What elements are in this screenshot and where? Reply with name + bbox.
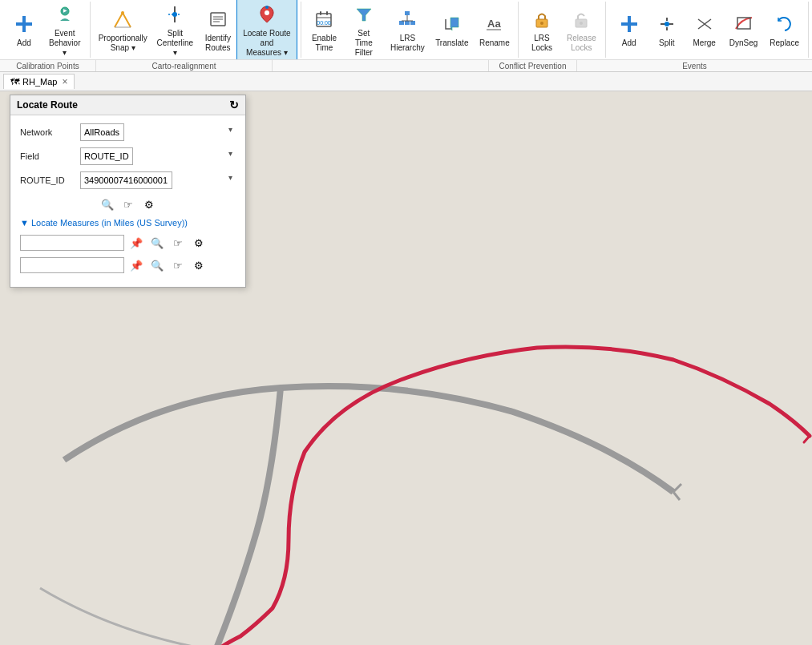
cursor-measure-icon-1[interactable]: ☞	[169, 234, 187, 252]
replace-icon	[772, 11, 798, 37]
cursor-measure-icon-2[interactable]: ☞	[169, 256, 187, 274]
section-carto: Proportionally Snap ▾ Split Centerline ▾…	[92, 2, 301, 58]
settings-measure-icon-2[interactable]: ⚙	[190, 256, 208, 274]
rename-button[interactable]: Aa Rename	[475, 8, 515, 51]
map-tab[interactable]: 🗺 RH_Map ×	[3, 74, 75, 89]
rename-icon: Aa	[482, 11, 507, 37]
svg-point-8	[172, 12, 177, 17]
svg-point-13	[265, 10, 269, 15]
split-centerline-label: Split Centerline ▾	[156, 29, 194, 58]
search-icon[interactable]: 🔍	[99, 196, 116, 213]
add-label: Add	[17, 38, 31, 48]
route-id-label: ROUTE_ID	[20, 175, 80, 185]
lrs-locks-label: LRS Locks	[531, 34, 552, 53]
lrs-hierarchy-label: LRS Hierarchy	[390, 34, 425, 53]
replace-label: Replace	[770, 38, 799, 48]
svg-text:Aa: Aa	[487, 18, 501, 30]
svg-point-34	[665, 22, 669, 26]
close-tab-button[interactable]: ×	[62, 76, 67, 87]
lock-icon	[529, 6, 555, 32]
set-time-filter-button[interactable]: Set Time Filter	[343, 0, 385, 61]
network-select[interactable]: AllRoads	[80, 123, 124, 141]
svg-text:00:00: 00:00	[317, 20, 332, 26]
field-label: Field	[20, 151, 80, 161]
release-locks-button[interactable]: Release Locks	[561, 3, 602, 56]
svg-rect-16	[320, 11, 321, 15]
split-event-label: Split	[659, 38, 674, 48]
locate-route-label: Locate Route and Measures ▾	[242, 29, 292, 58]
search-measure-icon-2[interactable]: 🔍	[148, 256, 166, 274]
popup-header: Locate Route ↻	[10, 95, 245, 115]
field-select-wrap: ROUTE_ID	[80, 147, 236, 165]
identify-routes-button[interactable]: Identify Routes	[200, 3, 236, 56]
translate-icon	[439, 11, 465, 37]
locate-route-panel: Locate Route ↻ Network AllRoads Field RO…	[10, 95, 246, 288]
svg-rect-22	[405, 21, 410, 25]
popup-body: Network AllRoads Field ROUTE_ID ROUT	[10, 115, 245, 287]
translate-button[interactable]: Translate	[430, 8, 474, 51]
section-labels-row: Calibration Points Carto-realignment Con…	[0, 59, 812, 71]
svg-rect-1	[16, 22, 32, 26]
measures-header[interactable]: ▼ Locate Measures (in Miles (US Survey))	[20, 218, 236, 228]
enable-time-button[interactable]: 00:00 Enable Time	[306, 3, 342, 56]
svg-point-31	[580, 22, 583, 25]
pin-icon-1[interactable]: 📌	[127, 234, 145, 252]
add-event-label: Add	[622, 38, 636, 48]
measures-section: ▼ Locate Measures (in Miles (US Survey))…	[20, 218, 236, 274]
dynseg-icon	[731, 11, 757, 37]
unlock-icon	[568, 6, 594, 32]
split-icon	[162, 2, 188, 27]
map-tab-label: RH_Map	[22, 77, 57, 87]
lrs-locks-button[interactable]: LRS Locks	[523, 3, 560, 56]
split-event-button[interactable]: Split	[648, 8, 685, 51]
add-button[interactable]: Add	[6, 8, 42, 51]
dynseg-button[interactable]: DynSeg	[724, 8, 764, 51]
cursor-icon[interactable]: ☞	[119, 196, 137, 213]
event-behavior-button[interactable]: ▶ Event Behavior ▾	[42, 0, 87, 61]
map-area: Locate Route ↻ Network AllRoads Field RO…	[0, 91, 812, 645]
measure-input-1[interactable]	[20, 235, 124, 251]
svg-point-14	[265, 6, 269, 9]
svg-rect-17	[326, 11, 328, 15]
svg-rect-21	[399, 21, 404, 25]
split-icon2	[654, 11, 680, 37]
lrs-hierarchy-button[interactable]: LRS Hierarchy	[386, 3, 430, 56]
measure-input-2[interactable]	[20, 257, 124, 273]
measures-chevron: ▼	[20, 218, 31, 228]
route-id-row: ROUTE_ID 34900007416000001	[20, 171, 236, 189]
network-row: Network AllRoads	[20, 123, 236, 141]
search-measure-icon-1[interactable]: 🔍	[148, 234, 166, 252]
locate-icon	[254, 2, 280, 27]
section-events: Add Split Merge	[608, 2, 809, 58]
add-event-button[interactable]: Add	[611, 8, 648, 51]
settings-icon[interactable]: ⚙	[140, 196, 158, 213]
release-locks-label: Release Locks	[567, 34, 596, 53]
ribbon: Add ▶ Event Behavior ▾ Proportionally Sn…	[0, 0, 812, 72]
proportionally-snap-button[interactable]: Proportionally Snap ▾	[95, 3, 150, 56]
svg-rect-20	[405, 11, 410, 15]
field-select[interactable]: ROUTE_ID	[80, 147, 133, 165]
locate-route-button[interactable]: Locate Route and Measures ▾	[236, 0, 297, 61]
dynseg-label: DynSeg	[729, 38, 758, 48]
time-section-label	[273, 60, 489, 71]
refresh-icon[interactable]: ↻	[229, 99, 239, 111]
merge-button[interactable]: Merge	[686, 8, 723, 51]
split-centerline-button[interactable]: Split Centerline ▾	[151, 0, 200, 61]
measures-label: Locate Measures (in Miles (US Survey))	[31, 218, 188, 228]
translate-label: Translate	[435, 38, 468, 48]
replace-button[interactable]: Replace	[764, 8, 805, 51]
svg-point-4	[121, 11, 124, 14]
settings-measure-icon-1[interactable]: ⚙	[190, 234, 208, 252]
popup-title: Locate Route	[17, 99, 78, 111]
route-id-select[interactable]: 34900007416000001	[80, 171, 172, 189]
measure-row-1: 📌 🔍 ☞ ⚙	[20, 234, 236, 252]
add-icon2	[616, 11, 642, 37]
pin-icon-2[interactable]: 📌	[127, 256, 145, 274]
filter-icon	[351, 2, 377, 27]
network-label: Network	[20, 127, 80, 137]
identify-routes-label: Identify Routes	[205, 34, 231, 53]
snap-label: Proportionally Snap ▾	[99, 34, 147, 53]
field-row: Field ROUTE_ID	[20, 147, 236, 165]
network-select-wrap: AllRoads	[80, 123, 236, 141]
ribbon-toolbar: Add ▶ Event Behavior ▾ Proportionally Sn…	[0, 0, 812, 59]
